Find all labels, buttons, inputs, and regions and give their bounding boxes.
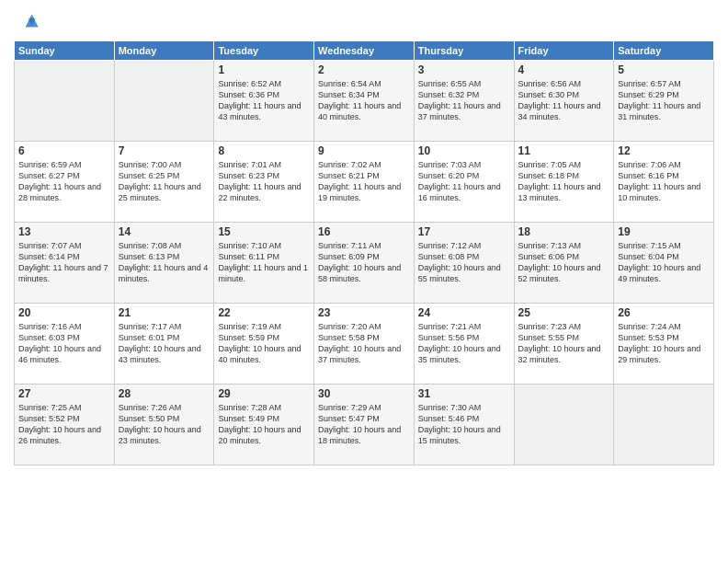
daylight: Daylight: 11 hours and 4 minutes. (119, 263, 209, 283)
day-number: 15 (218, 225, 310, 238)
sunset: Sunset: 5:53 PM (618, 333, 679, 342)
calendar-cell: 4 Sunrise: 6:56 AM Sunset: 6:30 PM Dayli… (514, 61, 614, 142)
sunrise: Sunrise: 6:57 AM (618, 79, 681, 88)
day-number: 6 (18, 144, 110, 157)
sunset: Sunset: 6:34 PM (318, 90, 380, 99)
day-number: 5 (618, 63, 710, 76)
day-info: Sunrise: 7:01 AM Sunset: 6:23 PM Dayligh… (218, 159, 310, 204)
calendar-cell: 9 Sunrise: 7:02 AM Sunset: 6:21 PM Dayli… (314, 142, 415, 223)
sunset: Sunset: 6:13 PM (119, 252, 180, 261)
sunset: Sunset: 5:52 PM (18, 414, 80, 423)
calendar-header: SundayMondayTuesdayWednesdayThursdayFrid… (15, 41, 714, 61)
day-info: Sunrise: 6:59 AM Sunset: 6:27 PM Dayligh… (18, 159, 110, 204)
calendar-cell: 1 Sunrise: 6:52 AM Sunset: 6:36 PM Dayli… (214, 61, 314, 142)
sunrise: Sunrise: 6:56 AM (518, 79, 582, 88)
day-number: 17 (418, 225, 510, 238)
calendar-cell: 23 Sunrise: 7:20 AM Sunset: 5:58 PM Dayl… (314, 304, 415, 385)
calendar-cell: 16 Sunrise: 7:11 AM Sunset: 6:09 PM Dayl… (314, 223, 415, 304)
calendar-cell (15, 61, 115, 142)
sunset: Sunset: 6:09 PM (318, 252, 380, 261)
calendar-cell: 24 Sunrise: 7:21 AM Sunset: 5:56 PM Dayl… (414, 304, 514, 385)
sunset: Sunset: 6:27 PM (18, 171, 80, 180)
daylight: Daylight: 10 hours and 18 minutes. (318, 425, 401, 445)
day-info: Sunrise: 7:16 AM Sunset: 6:03 PM Dayligh… (18, 321, 110, 366)
day-number: 31 (418, 387, 510, 400)
sunrise: Sunrise: 7:15 AM (618, 241, 681, 250)
daylight: Daylight: 10 hours and 15 minutes. (418, 425, 501, 445)
sunrise: Sunrise: 7:00 AM (119, 160, 182, 169)
calendar-cell: 17 Sunrise: 7:12 AM Sunset: 6:08 PM Dayl… (414, 223, 514, 304)
sunrise: Sunrise: 7:16 AM (18, 322, 82, 331)
sunrise: Sunrise: 7:13 AM (518, 241, 582, 250)
day-info: Sunrise: 7:05 AM Sunset: 6:18 PM Dayligh… (518, 159, 610, 204)
day-number: 11 (518, 144, 610, 157)
sunset: Sunset: 6:04 PM (618, 252, 679, 261)
day-number: 21 (119, 306, 210, 319)
daylight: Daylight: 10 hours and 58 minutes. (318, 263, 401, 283)
day-info: Sunrise: 6:57 AM Sunset: 6:29 PM Dayligh… (618, 78, 710, 123)
day-number: 2 (318, 63, 410, 76)
daylight: Daylight: 10 hours and 20 minutes. (218, 425, 301, 445)
sunrise: Sunrise: 7:23 AM (518, 322, 582, 331)
day-info: Sunrise: 7:07 AM Sunset: 6:14 PM Dayligh… (18, 240, 110, 285)
weekday-header: Sunday (15, 41, 115, 61)
weekday-row: SundayMondayTuesdayWednesdayThursdayFrid… (15, 41, 714, 61)
calendar-body: 1 Sunrise: 6:52 AM Sunset: 6:36 PM Dayli… (15, 61, 714, 465)
weekday-header: Monday (114, 41, 214, 61)
calendar-week: 27 Sunrise: 7:25 AM Sunset: 5:52 PM Dayl… (15, 385, 714, 465)
day-number: 19 (618, 225, 710, 238)
calendar-cell: 20 Sunrise: 7:16 AM Sunset: 6:03 PM Dayl… (15, 304, 115, 385)
sunset: Sunset: 6:36 PM (218, 90, 279, 99)
day-number: 8 (218, 144, 310, 157)
page: SundayMondayTuesdayWednesdayThursdayFrid… (0, 0, 728, 475)
sunset: Sunset: 6:11 PM (218, 252, 279, 261)
sunrise: Sunrise: 7:25 AM (18, 403, 82, 412)
daylight: Daylight: 11 hours and 40 minutes. (318, 101, 401, 121)
daylight: Daylight: 10 hours and 43 minutes. (119, 344, 201, 364)
day-number: 14 (119, 225, 210, 238)
day-info: Sunrise: 6:56 AM Sunset: 6:30 PM Dayligh… (518, 78, 610, 123)
day-info: Sunrise: 7:24 AM Sunset: 5:53 PM Dayligh… (618, 321, 710, 366)
calendar-cell: 3 Sunrise: 6:55 AM Sunset: 6:32 PM Dayli… (414, 61, 514, 142)
weekday-header: Friday (514, 41, 614, 61)
day-info: Sunrise: 6:54 AM Sunset: 6:34 PM Dayligh… (318, 78, 410, 123)
day-info: Sunrise: 7:08 AM Sunset: 6:13 PM Dayligh… (119, 240, 210, 285)
calendar-week: 13 Sunrise: 7:07 AM Sunset: 6:14 PM Dayl… (15, 223, 714, 304)
calendar-cell: 15 Sunrise: 7:10 AM Sunset: 6:11 PM Dayl… (214, 223, 314, 304)
sunrise: Sunrise: 7:28 AM (218, 403, 281, 412)
sunset: Sunset: 6:29 PM (618, 90, 679, 99)
daylight: Daylight: 11 hours and 16 minutes. (418, 182, 501, 202)
sunset: Sunset: 6:08 PM (418, 252, 480, 261)
calendar-week: 6 Sunrise: 6:59 AM Sunset: 6:27 PM Dayli… (15, 142, 714, 223)
daylight: Daylight: 10 hours and 52 minutes. (518, 263, 601, 283)
daylight: Daylight: 11 hours and 10 minutes. (618, 182, 700, 202)
sunrise: Sunrise: 7:19 AM (218, 322, 281, 331)
day-number: 18 (518, 225, 610, 238)
calendar-cell: 25 Sunrise: 7:23 AM Sunset: 5:55 PM Dayl… (514, 304, 614, 385)
day-info: Sunrise: 7:26 AM Sunset: 5:50 PM Dayligh… (119, 402, 210, 447)
daylight: Daylight: 11 hours and 22 minutes. (218, 182, 301, 202)
day-info: Sunrise: 7:15 AM Sunset: 6:04 PM Dayligh… (618, 240, 710, 285)
sunset: Sunset: 5:56 PM (418, 333, 480, 342)
sunset: Sunset: 5:50 PM (119, 414, 180, 423)
day-info: Sunrise: 7:30 AM Sunset: 5:46 PM Dayligh… (418, 402, 510, 447)
calendar-cell: 10 Sunrise: 7:03 AM Sunset: 6:20 PM Dayl… (414, 142, 514, 223)
calendar: SundayMondayTuesdayWednesdayThursdayFrid… (14, 40, 714, 465)
calendar-cell (514, 385, 614, 465)
day-info: Sunrise: 7:12 AM Sunset: 6:08 PM Dayligh… (418, 240, 510, 285)
daylight: Daylight: 10 hours and 40 minutes. (218, 344, 301, 364)
sunrise: Sunrise: 7:26 AM (119, 403, 182, 412)
calendar-cell: 18 Sunrise: 7:13 AM Sunset: 6:06 PM Dayl… (514, 223, 614, 304)
daylight: Daylight: 11 hours and 31 minutes. (618, 101, 700, 121)
sunset: Sunset: 6:18 PM (518, 171, 580, 180)
daylight: Daylight: 11 hours and 25 minutes. (119, 182, 201, 202)
day-number: 4 (518, 63, 610, 76)
sunrise: Sunrise: 7:07 AM (18, 241, 82, 250)
day-info: Sunrise: 7:11 AM Sunset: 6:09 PM Dayligh… (318, 240, 410, 285)
calendar-cell (114, 61, 214, 142)
day-info: Sunrise: 7:03 AM Sunset: 6:20 PM Dayligh… (418, 159, 510, 204)
daylight: Daylight: 10 hours and 37 minutes. (318, 344, 401, 364)
daylight: Daylight: 11 hours and 34 minutes. (518, 101, 601, 121)
calendar-cell: 11 Sunrise: 7:05 AM Sunset: 6:18 PM Dayl… (514, 142, 614, 223)
daylight: Daylight: 10 hours and 29 minutes. (618, 344, 700, 364)
